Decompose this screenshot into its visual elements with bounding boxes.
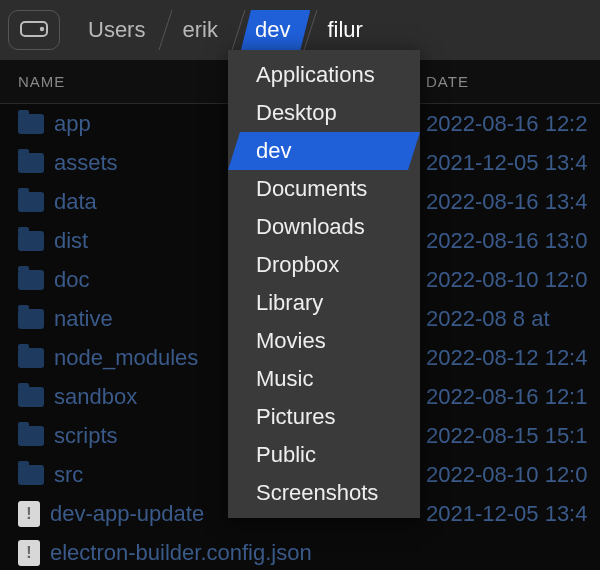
breadcrumb-item[interactable]: filur (313, 10, 382, 50)
file-name: data (54, 189, 97, 215)
dropdown-item[interactable]: Public (228, 436, 420, 474)
file-name: src (54, 462, 83, 488)
dropdown-item[interactable]: Dropbox (228, 246, 420, 284)
file-name: scripts (54, 423, 118, 449)
breadcrumb-dropdown: ApplicationsDesktopdevDocumentsDownloads… (228, 50, 420, 518)
file-date: 2022-08-12 12:4 (420, 345, 600, 371)
file-name: sandbox (54, 384, 137, 410)
file-date: 2021-12-05 13:4 (420, 150, 600, 176)
folder-icon (18, 192, 44, 212)
folder-icon (18, 114, 44, 134)
file-name: assets (54, 150, 118, 176)
folder-icon (18, 387, 44, 407)
file-name: doc (54, 267, 89, 293)
file-icon: ! (18, 540, 40, 566)
dropdown-item[interactable]: Downloads (228, 208, 420, 246)
dropdown-item[interactable]: Library (228, 284, 420, 322)
file-date: 2022-08-15 15:1 (420, 423, 600, 449)
dropdown-item[interactable]: Pictures (228, 398, 420, 436)
dropdown-item[interactable]: Screenshots (228, 474, 420, 512)
folder-icon (18, 309, 44, 329)
dropdown-item[interactable]: Music (228, 360, 420, 398)
folder-icon (18, 153, 44, 173)
file-name: native (54, 306, 113, 332)
folder-icon (18, 348, 44, 368)
folder-icon (18, 231, 44, 251)
file-date: 2022-08-10 12:0 (420, 462, 600, 488)
dropdown-item[interactable]: Movies (228, 322, 420, 360)
dropdown-item[interactable]: Documents (228, 170, 420, 208)
file-date: 2022-08-10 12:0 (420, 267, 600, 293)
folder-icon (18, 465, 44, 485)
breadcrumb-item[interactable]: dev (241, 10, 310, 50)
file-name: electron-builder.config.json (50, 540, 312, 566)
file-date: 2022-08 8 at (420, 306, 600, 332)
folder-icon (18, 426, 44, 446)
dropdown-item[interactable]: Desktop (228, 94, 420, 132)
file-name: dev-app-update (50, 501, 204, 527)
file-date: 2022-08-16 13:4 (420, 189, 600, 215)
file-name: node_modules (54, 345, 198, 371)
breadcrumb: Userserikdevfilur (74, 10, 381, 50)
file-date: 2022-08-16 12:2 (420, 111, 600, 137)
breadcrumb-item[interactable]: Users (74, 10, 165, 50)
disk-root-button[interactable] (8, 10, 60, 50)
dropdown-item[interactable]: dev (228, 132, 420, 170)
file-icon: ! (18, 501, 40, 527)
svg-point-1 (41, 28, 43, 30)
breadcrumb-item[interactable]: erik (168, 10, 237, 50)
disk-icon (20, 18, 48, 42)
file-date: 2022-08-16 12:1 (420, 384, 600, 410)
file-date: 2022-08-16 13:0 (420, 228, 600, 254)
file-name: dist (54, 228, 88, 254)
file-row[interactable]: !electron-builder.config.json (0, 533, 600, 570)
file-date: 2021-12-05 13:4 (420, 501, 600, 527)
dropdown-item[interactable]: Applications (228, 56, 420, 94)
file-name: app (54, 111, 91, 137)
file-name-cell: !electron-builder.config.json (0, 540, 420, 566)
column-header-date[interactable]: DATE (420, 73, 600, 90)
folder-icon (18, 270, 44, 290)
